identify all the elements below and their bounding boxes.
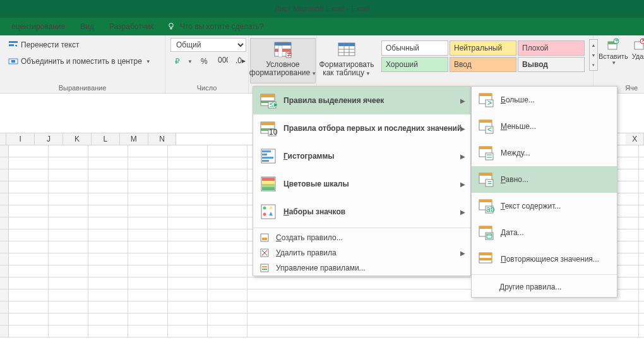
svg-rect-73 (486, 153, 493, 160)
col-header[interactable]: M (120, 133, 148, 145)
inc-decimal-icon: .0▸ (236, 56, 246, 66)
svg-rect-5 (11, 60, 15, 63)
submenu-equal-to[interactable]: = Равно... (472, 166, 617, 193)
menu-icon-sets[interactable]: Наборы значков ▶ (253, 198, 470, 226)
group-styles: Обычный Нейтральный Плохой Хороший Ввод … (376, 35, 593, 93)
chevron-right-icon: ▶ (460, 250, 465, 257)
svg-rect-61 (262, 266, 267, 267)
merge-center-button[interactable]: Объединить и поместить в центре ▼ (5, 54, 154, 68)
svg-rect-12 (275, 42, 291, 46)
lightbulb-icon (166, 21, 176, 32)
svg-rect-81 (479, 200, 492, 202)
inc-decimal-button[interactable]: .0▸ (232, 54, 249, 68)
style-neutral[interactable]: Нейтральный (450, 40, 516, 56)
chevron-right-icon: ▶ (460, 181, 465, 188)
group-label: Выравнивание (5, 84, 160, 93)
group-cf: ≠ Условноеформатирование▼ (249, 35, 317, 93)
insert-icon: + (606, 38, 620, 52)
greater-icon: > (478, 92, 494, 108)
group-fat: Форматироватькак таблицу▼ (317, 35, 376, 93)
delete-button[interactable]: × Удал (632, 38, 644, 66)
number-format-select[interactable]: Общий (170, 38, 246, 52)
between-icon (478, 145, 494, 161)
currency-icon: ₽ (174, 56, 184, 66)
svg-text:.0▸: .0▸ (236, 56, 246, 65)
svg-rect-85 (479, 226, 492, 229)
svg-rect-68 (479, 120, 492, 123)
svg-point-51 (263, 207, 266, 210)
tab-view[interactable]: Вид (73, 18, 102, 35)
svg-text:ab: ab (486, 205, 494, 214)
col-header[interactable]: X (626, 133, 644, 145)
style-bad[interactable]: Плохой (518, 40, 585, 56)
delete-icon: × (633, 38, 644, 52)
percent-icon: % (200, 56, 210, 66)
highlight-icon: ≤▸ (259, 92, 277, 109)
svg-rect-62 (262, 269, 267, 270)
highlight-submenu: > Больше... < Меньше... Между... = Равно… (471, 86, 617, 298)
menu-top-bottom-rules[interactable]: 10 Правила отбора первых и последних зна… (253, 114, 470, 142)
col-header[interactable]: N (148, 133, 177, 145)
styles-gallery[interactable]: Обычный Нейтральный Плохой Хороший Ввод … (381, 39, 588, 72)
col-header[interactable]: K (63, 133, 92, 145)
tell-me[interactable]: Что вы хотите сделать? (166, 21, 264, 32)
menu-highlight-rules[interactable]: ≤▸ Правила выделения ячеек ▶ (253, 87, 470, 114)
svg-point-0 (169, 23, 173, 27)
menu-new-rule[interactable]: Создать правило... (253, 230, 470, 245)
submenu-text-contains[interactable]: ab Текст содержит... (472, 193, 617, 219)
chevron-down-icon: ▼ (146, 59, 151, 64)
svg-rect-91 (479, 258, 492, 260)
style-good[interactable]: Хороший (381, 57, 448, 72)
col-header[interactable]: J (35, 133, 63, 145)
style-output[interactable]: Вывод (518, 57, 585, 72)
submenu-between[interactable]: Между... (472, 140, 617, 166)
format-as-table-button[interactable]: Форматироватькак таблицу▼ (318, 38, 375, 83)
menu-color-scales[interactable]: Цветовые шкалы ▶ (253, 170, 470, 198)
submenu-more-rules[interactable]: Другие правила... (472, 277, 617, 297)
svg-rect-41 (262, 150, 271, 152)
comma-button[interactable]: 000 (215, 54, 231, 68)
col-header[interactable]: I (6, 133, 35, 145)
style-input[interactable]: Ввод (450, 57, 516, 72)
svg-point-53 (263, 213, 266, 216)
chevron-right-icon: ▶ (460, 209, 465, 216)
comma-icon: 000 (218, 56, 228, 66)
wrap-text-icon (8, 40, 18, 50)
percent-button[interactable]: % (197, 54, 213, 68)
svg-rect-44 (262, 160, 269, 162)
accounting-button[interactable]: ₽▼ (170, 54, 196, 68)
menu-manage-rules[interactable]: Управление правилами... (253, 260, 470, 276)
manage-rules-icon (259, 263, 270, 273)
svg-rect-3 (9, 44, 14, 46)
conditional-formatting-button[interactable]: ≠ Условноеформатирование▼ (250, 38, 316, 83)
submenu-date-occurring[interactable]: Дата... (472, 219, 617, 246)
col-header[interactable]: L (92, 133, 120, 145)
svg-rect-46 (262, 178, 275, 181)
submenu-greater-than[interactable]: > Больше... (472, 87, 617, 113)
svg-point-52 (270, 207, 273, 210)
submenu-duplicate-values[interactable]: Повторяющиеся значения... (472, 246, 617, 272)
svg-text:>: > (487, 99, 492, 107)
ribbon-tabs: ецензирование Вид Разработчик Что вы хот… (0, 18, 644, 35)
tab-developer[interactable]: Разработчик (102, 18, 161, 35)
svg-rect-90 (479, 253, 492, 255)
top-bottom-icon: 10 (259, 119, 277, 137)
style-normal[interactable]: Обычный (381, 40, 448, 56)
svg-text:₽: ₽ (175, 57, 180, 66)
iconsets-icon (259, 203, 277, 221)
insert-button[interactable]: + Вставить▼ (599, 38, 628, 66)
text-contains-icon: ab (478, 198, 494, 214)
tab-review[interactable]: ецензирование (4, 18, 73, 35)
svg-rect-18 (338, 43, 355, 46)
svg-rect-60 (261, 264, 268, 272)
group-label: Число (170, 84, 243, 93)
svg-rect-56 (262, 238, 267, 240)
group-number: Общий ₽▼ % 000 .0▸ ◂.0 Число (165, 35, 249, 93)
wrap-text-button[interactable]: Перенести текст (5, 38, 82, 52)
equal-icon: = (478, 171, 494, 188)
menu-clear-rules[interactable]: Удалить правила ▶ (253, 245, 470, 260)
table-icon (337, 40, 357, 60)
submenu-less-than[interactable]: < Меньше... (472, 113, 617, 140)
svg-rect-48 (262, 184, 275, 187)
menu-data-bars[interactable]: Гистограммы ▶ (253, 142, 470, 170)
